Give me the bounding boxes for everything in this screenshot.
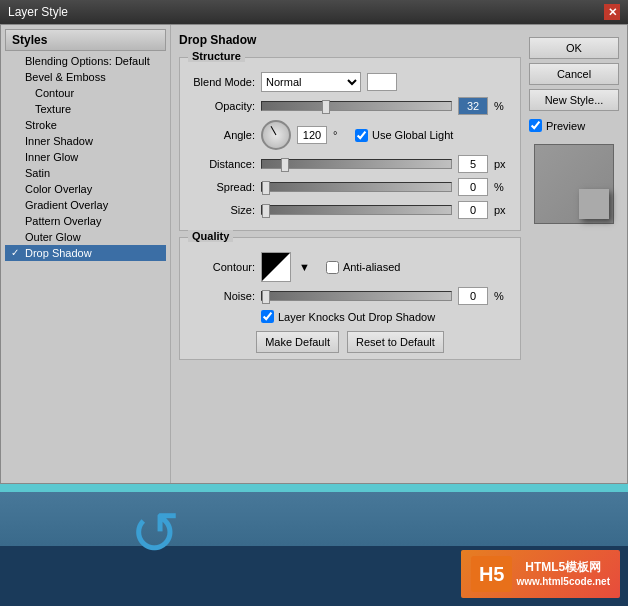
sidebar-item-blending-options[interactable]: Blending Options: Default: [5, 53, 166, 69]
angle-input[interactable]: [297, 126, 327, 144]
size-slider-thumb[interactable]: [262, 204, 270, 218]
layer-knocks-text: Layer Knocks Out Drop Shadow: [278, 311, 435, 323]
watermark-text: HTML5模板网 www.html5code.net: [516, 559, 610, 590]
contour-preview[interactable]: [261, 252, 291, 282]
spread-label: Spread:: [190, 181, 255, 193]
preview-shadow-element: [579, 189, 609, 219]
sidebar-item-inner-glow[interactable]: Inner Glow: [5, 149, 166, 165]
watermark: H5 HTML5模板网 www.html5code.net: [461, 550, 620, 598]
sidebar-item-pattern-overlay[interactable]: Pattern Overlay: [5, 213, 166, 229]
layer-knocks-label[interactable]: Layer Knocks Out Drop Shadow: [261, 310, 435, 323]
layer-knocks-checkbox[interactable]: [261, 310, 274, 323]
angle-unit: °: [333, 129, 349, 141]
center-content: Drop Shadow Structure Blend Mode: Normal…: [179, 33, 521, 475]
opacity-input[interactable]: [458, 97, 488, 115]
new-style-button[interactable]: New Style...: [529, 89, 619, 111]
styles-header: Styles: [5, 29, 166, 51]
bottom-stripe: [0, 484, 628, 492]
noise-slider-track[interactable]: [261, 291, 452, 301]
angle-dial[interactable]: [261, 120, 291, 150]
distance-unit: px: [494, 158, 510, 170]
close-button[interactable]: ✕: [604, 4, 620, 20]
structure-title: Structure: [188, 50, 245, 62]
cancel-button[interactable]: Cancel: [529, 63, 619, 85]
sidebar-item-bevel-emboss[interactable]: Bevel & Emboss: [5, 69, 166, 85]
sidebar-item-outer-glow[interactable]: Outer Glow: [5, 229, 166, 245]
angle-label: Angle:: [190, 129, 255, 141]
spread-unit: %: [494, 181, 510, 193]
preview-label[interactable]: Preview: [529, 119, 619, 132]
opacity-row: Opacity: %: [190, 97, 510, 115]
blend-mode-select[interactable]: Normal Multiply Screen Overlay: [261, 72, 361, 92]
quality-title: Quality: [188, 230, 233, 242]
distance-slider-track[interactable]: [261, 159, 452, 169]
dialog-title: Layer Style: [8, 5, 68, 19]
opacity-slider-track[interactable]: [261, 101, 452, 111]
action-buttons-panel: OK Cancel New Style... Preview: [529, 33, 619, 475]
spread-input[interactable]: [458, 178, 488, 196]
preview-box: [534, 144, 614, 224]
size-label: Size:: [190, 204, 255, 216]
layer-knocks-row: Layer Knocks Out Drop Shadow: [190, 310, 510, 323]
sidebar-item-color-overlay[interactable]: Color Overlay: [5, 181, 166, 197]
size-input[interactable]: [458, 201, 488, 219]
structure-section: Structure Blend Mode: Normal Multiply Sc…: [179, 57, 521, 231]
blend-color-swatch[interactable]: [367, 73, 397, 91]
distance-input[interactable]: [458, 155, 488, 173]
opacity-slider-thumb[interactable]: [322, 100, 330, 114]
use-global-light-checkbox[interactable]: [355, 129, 368, 142]
bottom-area: ↺ H5 HTML5模板网 www.html5code.net: [0, 484, 628, 606]
spread-row: Spread: %: [190, 178, 510, 196]
distance-slider-thumb[interactable]: [281, 158, 289, 172]
styles-list: Blending Options: DefaultBevel & EmbossC…: [5, 53, 166, 261]
angle-row: Angle: ° Use Global Light: [190, 120, 510, 150]
contour-triangle: [262, 253, 290, 281]
sidebar-item-inner-shadow[interactable]: Inner Shadow: [5, 133, 166, 149]
noise-input[interactable]: [458, 287, 488, 305]
noise-label: Noise:: [190, 290, 255, 302]
size-unit: px: [494, 204, 510, 216]
sidebar-item-gradient-overlay[interactable]: Gradient Overlay: [5, 197, 166, 213]
h5-badge: H5: [471, 556, 513, 592]
use-global-light-text: Use Global Light: [372, 129, 453, 141]
blend-mode-label: Blend Mode:: [190, 76, 255, 88]
contour-label: Contour:: [190, 261, 255, 273]
blend-mode-row: Blend Mode: Normal Multiply Screen Overl…: [190, 72, 510, 92]
reset-to-default-button[interactable]: Reset to Default: [347, 331, 444, 353]
make-default-button[interactable]: Make Default: [256, 331, 339, 353]
contour-dropdown-arrow[interactable]: ▼: [299, 261, 310, 273]
sidebar-item-contour[interactable]: Contour: [5, 85, 166, 101]
bottom-buttons: Make Default Reset to Default: [190, 331, 510, 353]
dialog-main: Styles Blending Options: DefaultBevel & …: [0, 24, 628, 484]
use-global-light-label[interactable]: Use Global Light: [355, 129, 453, 142]
sidebar-item-drop-shadow[interactable]: Drop Shadow: [5, 245, 166, 261]
spread-slider-thumb[interactable]: [262, 181, 270, 195]
arrow-decoration: ↺: [130, 504, 180, 564]
angle-dial-hand: [271, 126, 277, 135]
preview-checkbox[interactable]: [529, 119, 542, 132]
quality-section: Quality Contour: ▼ Anti-aliased Noise:: [179, 237, 521, 360]
contour-row: Contour: ▼ Anti-aliased: [190, 252, 510, 282]
title-bar: Layer Style ✕: [0, 0, 628, 24]
right-panel: Drop Shadow Structure Blend Mode: Normal…: [171, 25, 627, 483]
noise-slider-thumb[interactable]: [262, 290, 270, 304]
size-row: Size: px: [190, 201, 510, 219]
sidebar-item-satin[interactable]: Satin: [5, 165, 166, 181]
distance-row: Distance: px: [190, 155, 510, 173]
ok-button[interactable]: OK: [529, 37, 619, 59]
left-panel: Styles Blending Options: DefaultBevel & …: [1, 25, 171, 483]
noise-unit: %: [494, 290, 510, 302]
anti-aliased-checkbox[interactable]: [326, 261, 339, 274]
anti-aliased-text: Anti-aliased: [343, 261, 400, 273]
preview-text: Preview: [546, 120, 585, 132]
sidebar-item-stroke[interactable]: Stroke: [5, 117, 166, 133]
size-slider-track[interactable]: [261, 205, 452, 215]
opacity-label: Opacity:: [190, 100, 255, 112]
noise-row: Noise: %: [190, 287, 510, 305]
opacity-unit: %: [494, 100, 510, 112]
section-heading: Drop Shadow: [179, 33, 521, 47]
sidebar-item-texture[interactable]: Texture: [5, 101, 166, 117]
anti-aliased-label[interactable]: Anti-aliased: [326, 261, 400, 274]
spread-slider-track[interactable]: [261, 182, 452, 192]
distance-label: Distance:: [190, 158, 255, 170]
